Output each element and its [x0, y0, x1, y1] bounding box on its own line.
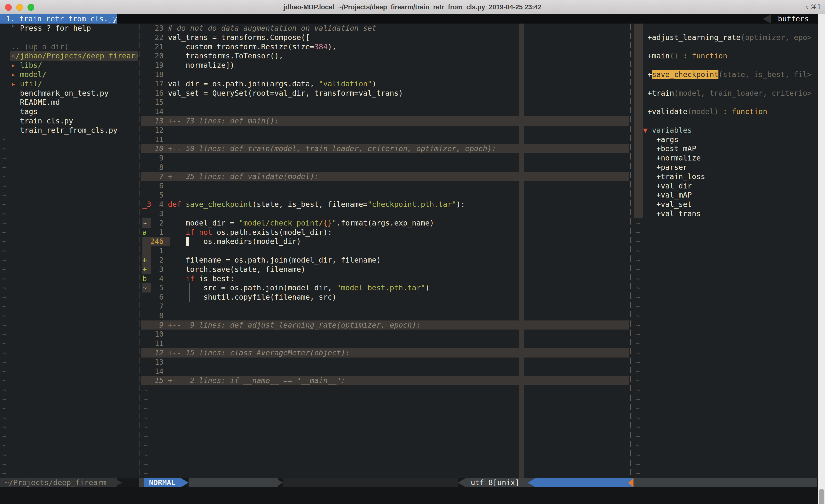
code-line[interactable]: 4b if is_best: — [138, 274, 630, 283]
empty-line-tilde: ~ — [0, 385, 138, 395]
editor-panel[interactable]: 23# do not do data augmentation on valid… — [138, 23, 630, 478]
buffers-label[interactable]: buffers — [775, 14, 812, 23]
tag-entry[interactable]: +best_mAP — [630, 144, 818, 153]
code-line[interactable]: 5~ src = os.path.join(model_dir, "model_… — [138, 283, 630, 292]
tree-item[interactable]: .. (up a dir) — [0, 42, 138, 52]
code-line[interactable]: 20 transforms.ToTensor(), — [138, 51, 630, 61]
tag-entry[interactable]: +validate(model) : function — [630, 107, 818, 116]
fold-line[interactable]: 12+-- 15 lines: class AverageMeter(objec… — [138, 348, 630, 357]
fold-line[interactable]: 10+-- 50 lines: def train(model, train_l… — [138, 144, 630, 153]
tag-entry[interactable]: +val_mAP — [630, 190, 818, 200]
code-line[interactable]: 4_3def save_checkpoint(state, is_best, f… — [138, 200, 630, 209]
tag-entry[interactable]: +val_set — [630, 200, 818, 209]
line-number: 17 — [150, 79, 163, 89]
fold-text: +-- 2 lines: if __name__ == "__main__": — [168, 376, 345, 385]
tree-item[interactable]: train_cls.py — [0, 116, 138, 125]
tree-root-item[interactable]: </jdhao/Projects/deep_firear> — [0, 51, 138, 61]
code-line[interactable]: 2+ filename = os.path.join(model_dir, fi… — [138, 255, 630, 265]
zoom-button[interactable] — [27, 4, 34, 11]
tag-entry[interactable]: +adjust_learning_rate(optimizer, epo> — [630, 33, 818, 42]
fold-line[interactable]: 15+-- 2 lines: if __name__ == "__main__"… — [138, 376, 630, 385]
code-line[interactable]: 8 — [138, 163, 630, 172]
code-line[interactable]: 17val_dir = os.path.join(args.data, "val… — [138, 79, 630, 89]
code-line[interactable]: 246 os.makedirs(model_dir) — [138, 237, 630, 246]
minimize-button[interactable] — [16, 4, 23, 11]
empty-line-tilde: ~ — [630, 459, 818, 469]
tag-entry[interactable]: +train(model, train_loader, criterio> — [630, 89, 818, 98]
code-line[interactable]: 3 — [138, 209, 630, 219]
empty-line-tilde: ~ — [0, 321, 138, 330]
empty-line-tilde: ~ — [0, 228, 138, 237]
code-line[interactable]: 18 — [138, 70, 630, 79]
code-line[interactable]: 1 — [138, 246, 630, 255]
code-line[interactable]: 19 normalize]) — [138, 61, 630, 70]
tag-entry[interactable]: +normalize — [630, 153, 818, 163]
tagbar-panel[interactable]: +adjust_learning_rate(optimizer, epo> +m… — [630, 23, 818, 478]
nerdtree-panel[interactable]: " Press ? for help .. (up a dir) </jdhao… — [0, 23, 138, 478]
code-text: if not os.path.exists(model_dir): — [168, 228, 332, 237]
vim-tabline: 1. train_retr_from_cls.py buffers — [0, 14, 825, 23]
tab-train-retr-from-cls[interactable]: 1. train_retr_from_cls.py — [0, 14, 117, 23]
tag-entry[interactable]: +val_trans — [630, 209, 818, 219]
tree-item[interactable]: train_retr_from_cls.py — [0, 125, 138, 135]
code-text: # do not do data augmentation on validat… — [168, 23, 376, 33]
empty-line-tilde: ~ — [0, 441, 138, 450]
code-line[interactable]: 22val_trans = transforms.Compose([ — [138, 33, 630, 42]
tree-item[interactable] — [0, 33, 138, 42]
tree-item[interactable]: README.md — [0, 98, 138, 107]
tag-entry[interactable]: +train_loss — [630, 172, 818, 181]
scrollbar-thumb[interactable] — [819, 489, 824, 504]
command-line[interactable] — [0, 487, 825, 504]
tag-entry[interactable]: +parser — [630, 163, 818, 172]
tagbar-blank-line — [630, 23, 818, 33]
code-line[interactable]: 14 — [138, 107, 630, 116]
scrollbar-track[interactable] — [818, 14, 825, 504]
fold-line[interactable]: 13+-- 73 lines: def main(): — [138, 116, 630, 125]
tree-item[interactable]: tags — [0, 107, 138, 116]
tree-item[interactable]: " Press ? for help — [0, 23, 138, 33]
close-button[interactable] — [5, 4, 12, 11]
line-number: 16 — [150, 89, 163, 98]
code-line[interactable]: 11 — [138, 339, 630, 348]
gutter-sign: + — [142, 255, 152, 265]
tree-item[interactable]: ▸ libs/ — [0, 61, 138, 70]
code-line[interactable]: 7 — [138, 302, 630, 311]
window-title: jdhao-MBP.local ~/Projects/deep_firearm/… — [284, 0, 542, 14]
code-line[interactable]: 1a if not os.path.exists(model_dir): — [138, 228, 630, 237]
code-line[interactable]: 2~ model_dir = "model/check_point/{}".fo… — [138, 219, 630, 228]
code-line[interactable]: 9 — [138, 153, 630, 163]
code-line[interactable]: 5 — [138, 190, 630, 200]
empty-line-tilde: ~ — [630, 283, 818, 292]
vim-content: " Press ? for help .. (up a dir) </jdhao… — [0, 23, 825, 478]
tag-entry[interactable]: ▼ variables — [630, 125, 818, 135]
code-line[interactable]: 14 — [138, 367, 630, 376]
code-line[interactable]: 8 — [138, 311, 630, 321]
empty-line-tilde: ~ — [138, 395, 630, 404]
code-line[interactable]: 3+ torch.save(state, filename) — [138, 265, 630, 274]
code-line[interactable]: 10 — [138, 330, 630, 339]
code-line[interactable]: 21 custom_transform.Resize(size=384), — [138, 42, 630, 52]
empty-line-tilde: ~ — [0, 219, 138, 228]
tree-item[interactable]: ▸ model/ — [0, 70, 138, 79]
fold-line[interactable]: 9+-- 9 lines: def adjust_learning_rate(o… — [138, 321, 630, 330]
code-line[interactable]: 13 — [138, 357, 630, 367]
code-line[interactable]: 6 shutil.copyfile(filename, src) — [138, 292, 630, 302]
tag-entry[interactable]: +args — [630, 135, 818, 144]
empty-line-tilde: ~ — [0, 274, 138, 283]
tree-item[interactable]: benchmark_on_test.py — [0, 89, 138, 98]
tag-entry[interactable]: +save_checkpoint(state, is_best, fil> — [630, 70, 818, 79]
line-number: 12 — [150, 125, 163, 135]
code-line[interactable]: 16val_set = QuerySet(root=val_dir, trans… — [138, 89, 630, 98]
code-line[interactable]: 11 — [138, 135, 630, 144]
code-line[interactable]: 23# do not do data augmentation on valid… — [138, 23, 630, 33]
code-line[interactable]: 6 — [138, 181, 630, 191]
tag-entry[interactable]: +main() : function — [630, 51, 818, 61]
fold-line[interactable]: 7+-- 35 lines: def validate(model): — [138, 172, 630, 181]
powerline-arrow — [528, 478, 535, 487]
tree-item[interactable]: ▸ util/ — [0, 79, 138, 89]
tag-entry[interactable]: +val_dir — [630, 181, 818, 191]
fold-text: +-- 50 lines: def train(model, train_loa… — [168, 144, 496, 153]
code-line[interactable]: 15 — [138, 98, 630, 107]
line-number: 3 — [150, 209, 163, 219]
code-line[interactable]: 12 — [138, 125, 630, 135]
